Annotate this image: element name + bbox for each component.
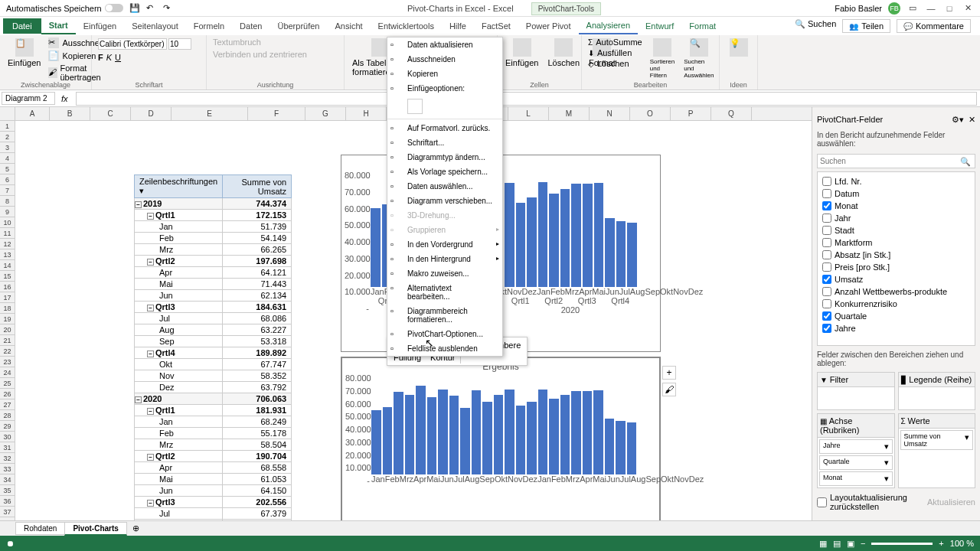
field-item[interactable]: Monat [821,200,972,212]
ctx-item[interactable]: ▫Feldliste ausblenden [387,341,502,356]
redo-icon[interactable]: ↷ [163,3,174,14]
record-macro-icon[interactable]: ⏺ [6,539,15,548]
autosum-button[interactable]: Σ AutoSumme [586,37,644,47]
field-item[interactable]: Datum [821,187,972,200]
tab-developer[interactable]: Entwicklertools [371,18,442,34]
paste-button[interactable]: 📋Einfügen [5,37,44,88]
sheet-tab-rohdaten[interactable]: Rohdaten [15,522,65,535]
maximize-icon[interactable]: □ [943,3,956,14]
search-box[interactable]: 🔍 Suchen [795,19,836,33]
axis-field[interactable]: Jahre▾ [819,439,893,454]
ctx-item[interactable]: ▫Kopieren [387,67,502,81]
tab-insert[interactable]: Einfügen [76,18,124,34]
ctx-item[interactable]: ▫Schriftart... [387,135,502,150]
ctx-item[interactable]: ▫In den Vordergrund▸ [387,237,502,252]
tab-view[interactable]: Ansicht [327,18,370,34]
ctx-item[interactable]: ▫Daten aktualisieren [387,37,502,52]
tab-analyze[interactable]: Analysieren [579,18,638,34]
italic-button[interactable]: K [106,53,112,62]
field-list[interactable]: Lfd. Nr.DatumMonatJahrStadtMarktformAbsa… [817,171,975,346]
zoom-out-icon[interactable]: − [861,539,865,548]
ctx-item[interactable]: ▫Auf Formatvorl. zurücks. [387,121,502,135]
ctx-item[interactable]: ▫In den Hintergrund▸ [387,252,502,266]
fx-icon[interactable]: fx [57,94,73,103]
zoom-slider[interactable] [871,543,933,545]
view-pagelayout-icon[interactable]: ▤ [833,539,841,549]
ctx-item[interactable]: ▫Ausschneiden [387,52,502,67]
field-search-input[interactable] [817,154,975,168]
autosave-toggle[interactable]: Automatisches Speichern [6,4,123,13]
sheet-tab-pivotcharts[interactable]: Pivot-Charts [64,522,126,536]
tab-pagelayout[interactable]: Seitenlayout [124,18,186,34]
chart-elements-button[interactable]: + [662,366,676,380]
ctx-item[interactable]: ▫Einfügeoptionen: [387,81,502,96]
axis-field[interactable]: Quartale▾ [819,455,893,470]
defer-checkbox[interactable] [817,497,827,507]
formula-input[interactable] [76,92,977,106]
insert-cells-button[interactable]: Einfügen [502,37,541,88]
save-icon[interactable]: 💾 [129,3,140,14]
field-item[interactable]: Quartale [821,310,972,322]
minimize-icon[interactable]: — [925,3,937,14]
undo-icon[interactable]: ↶ [146,3,157,14]
field-item[interactable]: Absatz [in Stk.] [821,249,972,261]
name-box[interactable] [2,92,55,105]
tab-review[interactable]: Überprüfen [270,18,327,34]
pane-settings-icon[interactable]: ⚙▾ [952,115,964,125]
ctx-item[interactable]: ▫3D-Drehung... [387,208,502,223]
field-item[interactable]: Marktform [821,236,972,249]
bold-button[interactable]: F [98,53,103,62]
ctx-item[interactable]: ▫Makro zuweisen... [387,266,502,281]
ctx-item[interactable]: ▫Gruppieren▸ [387,223,502,237]
field-item[interactable]: Preis [pro Stk.] [821,261,972,273]
field-item[interactable]: Stadt [821,224,972,236]
pivot-chart-2[interactable]: Ergebnis 80.00070.00060.00050.00040.0003… [341,357,661,520]
share-button[interactable]: 👥 Teilen [842,19,890,33]
fill-button[interactable]: ⬇ Ausfüllen [586,47,644,58]
comments-button[interactable]: 💬 Kommentare [897,19,971,33]
tab-help[interactable]: Hilfe [442,18,474,34]
view-normal-icon[interactable]: ▦ [819,539,827,549]
tab-data[interactable]: Daten [232,18,270,34]
tab-factset[interactable]: FactSet [474,18,518,34]
user-avatar[interactable]: FB [888,2,900,15]
field-item[interactable]: Jahre [821,322,972,334]
field-item[interactable]: Konkurrenzrisiko [821,298,972,310]
pane-close-icon[interactable]: ✕ [969,115,975,125]
pivotchart-tools-tab[interactable]: PivotChart-Tools [531,2,601,15]
axis-field[interactable]: Monat▾ [819,471,893,486]
ideas-button[interactable]: 💡 [724,37,753,58]
tab-design[interactable]: Entwurf [638,18,681,34]
ctx-item[interactable]: ▫Daten auswählen... [387,179,502,194]
tab-formulas[interactable]: Formeln [186,18,232,34]
zoom-level[interactable]: 100 % [950,539,974,548]
view-pagebreak-icon[interactable]: ▣ [847,539,854,549]
ctx-item[interactable]: ▫Diagrammtyp ändern... [387,150,502,165]
pivot-table[interactable]: Zeilenbeschriftungen ▾Summe von Umsatz −… [134,174,292,520]
tab-powerpivot[interactable]: Power Pivot [518,18,579,34]
sort-filter-button[interactable]: Sortieren und Filtern [647,37,678,88]
zoom-in-icon[interactable]: + [939,539,943,548]
filter-zone[interactable]: ▼ Filter [817,372,895,410]
ribbon-options-icon[interactable]: ▭ [906,3,919,14]
file-tab[interactable]: Datei [3,18,41,34]
field-item[interactable]: Lfd. Nr. [821,175,972,187]
search-icon[interactable]: 🔍 [960,157,971,167]
ctx-item[interactable]: ▫Alternativtext bearbeiten... [387,281,502,304]
clear-button[interactable]: ◇ Löschen [586,58,644,69]
field-item[interactable]: Umsatz [821,273,972,285]
delete-cells-button[interactable]: Löschen [544,37,583,88]
underline-button[interactable]: U [115,53,121,62]
new-sheet-button[interactable]: ⊕ [126,523,145,533]
field-item[interactable]: Jahr [821,212,972,224]
ctx-item[interactable]: ▫PivotChart-Optionen... [387,327,502,341]
ctx-item[interactable]: ▫Diagramm verschieben... [387,194,502,208]
font-name-input[interactable] [98,38,167,50]
value-field[interactable]: Summe von Umsatz▾ [900,430,974,450]
axis-zone[interactable]: ▦ Achse (Rubriken) Jahre▾Quartale▾Monat▾ [817,413,895,488]
font-size-input[interactable] [168,38,191,50]
field-item[interactable]: Anzahl Wettbewerbs-produkte [821,285,972,298]
ctx-item[interactable]: ▫Diagrammbereich formatieren... [387,304,502,327]
find-select-button[interactable]: 🔍Suchen und Auswählen [681,37,717,88]
chart-styles-button[interactable]: 🖌 [662,383,676,396]
